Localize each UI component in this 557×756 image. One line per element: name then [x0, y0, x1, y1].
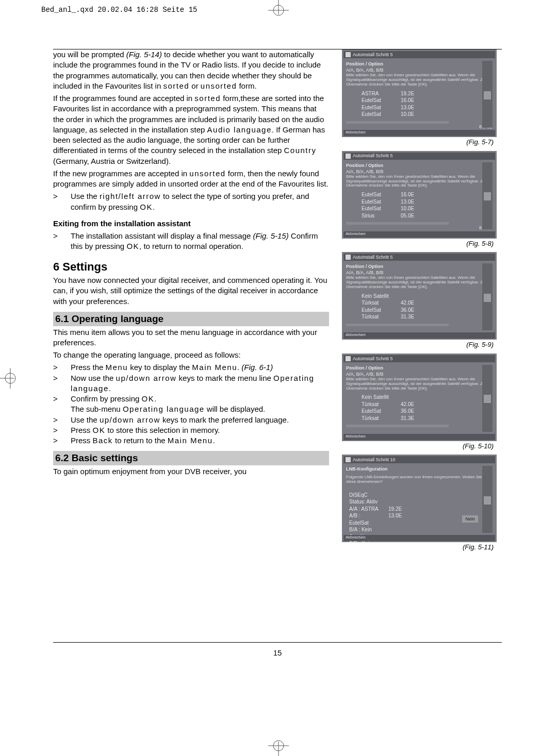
body-paragraph: You have now connected your digital rece…	[53, 275, 329, 307]
crop-mark-top	[268, 0, 289, 21]
crop-mark-bottom	[268, 735, 289, 756]
list-item: > Use the right/left arrow to select the…	[53, 191, 329, 212]
source-file-header: Bed_anl_.qxd 20.02.04 16:28 Seite 15	[41, 5, 197, 15]
body-paragraph: To change the operating language, procee…	[53, 350, 329, 360]
page-number: 15	[53, 648, 502, 658]
crop-mark-left	[0, 368, 21, 389]
page-frame: you will be prompted (Fig. 5-14) to deci…	[53, 49, 502, 642]
heading-6-settings: 6 Settings	[53, 259, 329, 275]
list-item: > Now use the up/down arrow keys to mark…	[53, 373, 329, 394]
subheading-exiting: Exiting from the installation assistant	[53, 219, 329, 229]
figure-5-11: AutoInstall Schritt 10 LNB-Konfiguration…	[342, 455, 497, 552]
figure-5-9: AutoInstall Schritt 5 Position / Option …	[342, 252, 497, 349]
figure-column: AutoInstall Schritt 5 Position / Option …	[337, 49, 502, 642]
figure-caption: (Fig. 5-11)	[342, 543, 497, 552]
heading-6-2: 6.2 Basic settings	[53, 451, 329, 465]
figure-caption: (Fig. 5-7)	[342, 138, 497, 147]
list-item: > Press the Menu key to display the Main…	[53, 362, 329, 373]
body-paragraph: you will be prompted (Fig. 5-14) to deci…	[53, 49, 329, 91]
list-item: > Use the up/down arrow keys to mark the…	[53, 415, 329, 425]
figure-5-7: AutoInstall Schritt 5 Position / Option …	[342, 49, 497, 147]
heading-6-1: 6.1 Operating language	[53, 312, 329, 326]
figure-caption: (Fig. 5-9)	[342, 340, 497, 349]
body-paragraph: If the programmes found are accepted in …	[53, 93, 329, 166]
body-paragraph: To gain optimum enjoyment from your DVB …	[53, 466, 329, 477]
list-item: > Press OK to store this selection in me…	[53, 425, 329, 435]
figure-caption: (Fig. 5-8)	[342, 239, 497, 248]
main-column: you will be prompted (Fig. 5-14) to deci…	[53, 49, 337, 642]
list-item: > Press Back to return to the Main Menu.	[53, 435, 329, 446]
figure-caption: (Fig. 5-10)	[342, 442, 497, 451]
list-item: > Confirm by pressing OK.The sub-menu Op…	[53, 394, 329, 415]
list-item: > The installation assistant will displa…	[53, 231, 329, 252]
figure-5-8: AutoInstall Schritt 5 Position / Option …	[342, 151, 497, 248]
figure-5-10: AutoInstall Schritt 5 Position / Option …	[342, 354, 497, 451]
body-paragraph: This menu item allows you to set the men…	[53, 327, 329, 348]
body-paragraph: If the new programmes are accepted in un…	[53, 169, 329, 190]
